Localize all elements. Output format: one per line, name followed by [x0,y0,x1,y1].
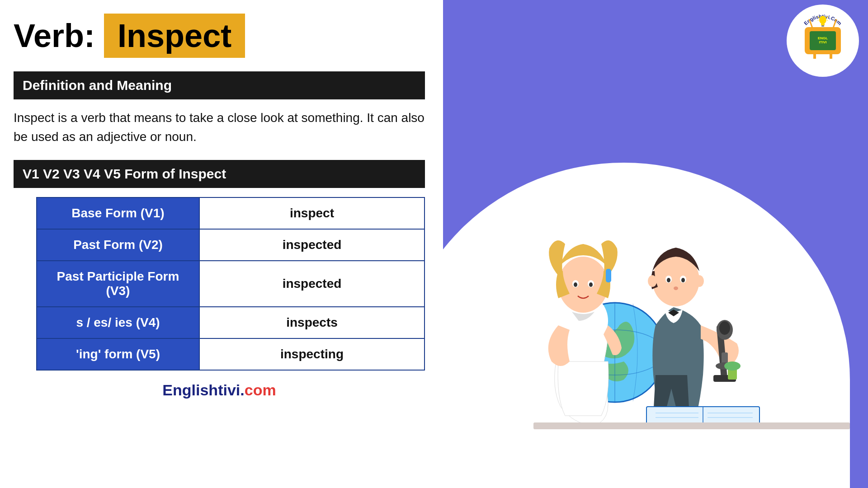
verb-forms-table: Base Form (V1)inspectPast Form (V2)inspe… [36,197,425,371]
form-label-5: 'ing' form (V5) [37,338,199,370]
brand-red: com [245,381,276,399]
forms-heading: V1 V2 V3 V4 V5 Form of Inspect [14,160,425,188]
table-row: Base Form (V1)inspect [37,197,425,229]
svg-point-25 [667,278,670,282]
svg-rect-19 [606,269,611,282]
definition-text: Inspect is a verb that means to take a c… [14,108,425,146]
svg-point-26 [681,278,685,282]
svg-rect-3 [821,25,824,27]
logo-tv-legs [813,53,832,59]
definition-heading: Definition and Meaning [14,71,425,99]
table-row: 'ing' form (V5)inspecting [37,338,425,370]
form-label-2: Past Form (V2) [37,229,199,261]
svg-point-1 [819,16,826,24]
svg-point-18 [589,282,593,287]
svg-rect-2 [821,23,825,25]
form-value-4: inspects [199,307,425,338]
logo-inner: Englishtivi.Com [791,9,854,72]
title-highlight: Inspect [104,14,245,58]
logo-tv-screen: ENGLITIVI [810,31,836,50]
logo-tv: ENGLITIVI [805,27,841,54]
brand-dot: . [240,381,244,399]
table-row: s / es/ ies (V4)inspects [37,307,425,338]
svg-point-21 [648,275,657,287]
logo-tv-text: ENGLITIVI [818,37,828,45]
logo-circle: Englishtivi.Com [787,5,859,77]
form-value-3: inspected [199,261,425,307]
svg-line-6 [818,17,819,18]
form-value-1: inspect [199,197,425,229]
svg-point-22 [695,275,704,287]
children-svg [443,0,868,488]
svg-point-14 [558,257,608,313]
verb-label: Verb: [14,17,95,54]
right-panel: Englishtivi.Com [443,0,868,488]
svg-point-31 [719,321,730,335]
logo-leg-left [813,53,816,59]
brand-blue: Englishtivi [162,381,240,399]
svg-point-17 [574,282,577,287]
form-label-1: Base Form (V1) [37,197,199,229]
bulb-icon [818,15,828,28]
form-value-2: inspected [199,229,425,261]
form-label-3: Past Participle Form (V3) [37,261,199,307]
table-row: Past Participle Form (V3)inspected [37,261,425,307]
form-label-4: s / es/ ies (V4) [37,307,199,338]
table-row: Past Form (V2)inspected [37,229,425,261]
logo-leg-right [830,53,832,59]
title-row: Verb: Inspect [14,14,425,58]
form-value-5: inspecting [199,338,425,370]
svg-point-27 [674,286,678,290]
footer-brand: Englishtivi.com [14,381,425,399]
left-panel: Verb: Inspect Definition and Meaning Ins… [0,0,443,488]
svg-line-5 [826,17,828,18]
svg-rect-41 [533,422,850,429]
children-illustration [443,0,868,488]
svg-point-43 [724,361,741,371]
